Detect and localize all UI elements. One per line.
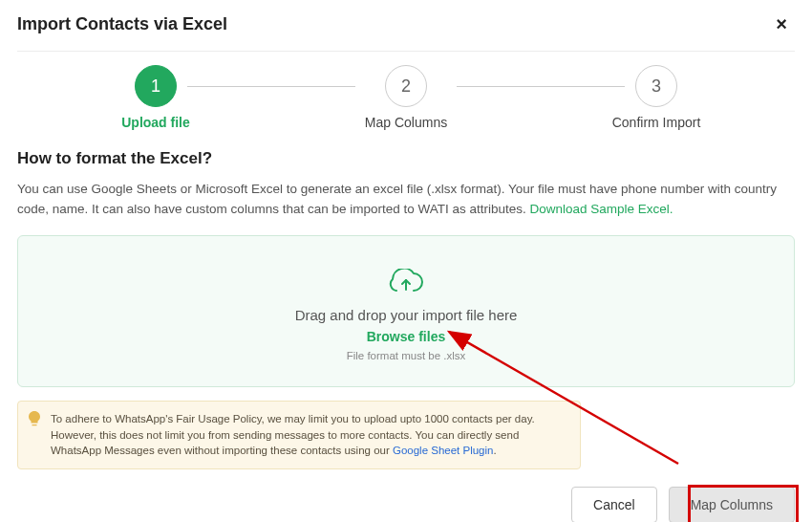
dropzone-text: Drag and drop your import file here — [295, 307, 518, 323]
close-button[interactable]: × — [768, 10, 795, 39]
help-text: You can use Google Sheets or Microsoft E… — [17, 180, 795, 220]
step-2: 2 Map Columns — [353, 65, 459, 130]
file-dropzone[interactable]: Drag and drop your import file here Brow… — [17, 235, 795, 387]
stepper-line — [457, 86, 625, 87]
map-columns-button[interactable]: Map Columns — [669, 487, 795, 522]
download-sample-link[interactable]: Download Sample Excel. — [530, 202, 673, 216]
lightbulb-icon — [28, 411, 41, 431]
step-3: 3 Confirm Import — [604, 65, 709, 130]
fair-usage-notice: To adhere to WhatsApp's Fair Usage Polic… — [17, 401, 581, 469]
dropzone-hint: File format must be .xlsx — [347, 350, 466, 361]
step-label: Map Columns — [365, 115, 447, 130]
stepper: 1 Upload file 2 Map Columns 3 Confirm Im… — [17, 52, 795, 143]
modal-footer: Cancel Map Columns — [17, 487, 795, 522]
cancel-button[interactable]: Cancel — [571, 487, 657, 522]
step-1: 1 Upload file — [103, 65, 208, 130]
upload-cloud-icon — [389, 269, 423, 299]
step-circle: 1 — [135, 65, 177, 107]
step-label: Confirm Import — [612, 115, 701, 130]
section-subtitle: How to format the Excel? — [17, 149, 795, 168]
stepper-line — [187, 86, 355, 87]
google-sheet-plugin-link[interactable]: Google Sheet Plugin — [393, 445, 494, 456]
step-label: Upload file — [121, 115, 190, 130]
modal-header: Import Contacts via Excel × — [17, 10, 795, 52]
step-circle: 2 — [385, 65, 427, 107]
modal-title: Import Contacts via Excel — [17, 14, 227, 34]
notice-text-post: . — [493, 445, 496, 456]
modal-container: Import Contacts via Excel × 1 Upload fil… — [0, 0, 812, 522]
step-circle: 3 — [635, 65, 677, 107]
browse-files-button[interactable]: Browse files — [367, 329, 445, 344]
